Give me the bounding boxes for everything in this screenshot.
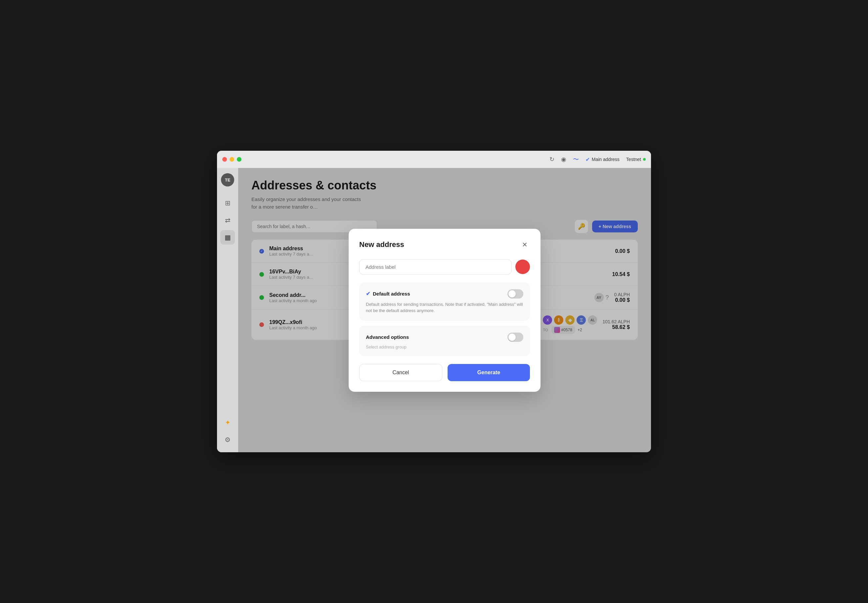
wave-icon[interactable]: 〜: [573, 155, 579, 163]
address-book-icon: ▦: [225, 233, 231, 241]
advanced-options-toggle[interactable]: [507, 332, 523, 342]
transfer-icon: ⇄: [225, 216, 231, 224]
sidebar-item-sun[interactable]: ✦: [220, 415, 235, 430]
testnet-indicator: [643, 158, 646, 161]
minimize-button[interactable]: [229, 157, 234, 162]
titlebar-right: ↻ ◉ 〜 ✔ Main address Testnet: [549, 155, 646, 163]
modal-header: New address ✕: [359, 240, 530, 250]
generate-button[interactable]: Generate: [448, 364, 530, 381]
main-address-badge[interactable]: ✔ Main address: [586, 156, 620, 162]
layers-icon: ⊞: [225, 199, 231, 207]
advanced-options-header: Advanced options: [366, 332, 523, 342]
settings-icon: ⚙: [225, 436, 231, 444]
refresh-icon[interactable]: ↻: [549, 156, 554, 163]
eye-icon[interactable]: ◉: [561, 156, 566, 163]
modal-close-button[interactable]: ✕: [519, 240, 530, 250]
avatar[interactable]: TE: [221, 173, 234, 187]
default-address-section: ✔ Default address Default address for se…: [359, 283, 530, 321]
default-address-desc: Default address for sending transactions…: [366, 301, 523, 314]
new-address-modal: New address ✕ ✔ Default address: [349, 229, 541, 392]
default-address-label: Default address: [373, 291, 410, 297]
cancel-button[interactable]: Cancel: [359, 364, 442, 381]
testnet-badge[interactable]: Testnet: [626, 157, 646, 162]
check-circle-icon: ✔: [586, 156, 590, 162]
color-picker-button[interactable]: [515, 260, 530, 274]
close-button[interactable]: [222, 157, 227, 162]
testnet-label: Testnet: [626, 157, 641, 162]
advanced-options-subtitle: Select address group: [366, 345, 523, 349]
address-label-row: [359, 259, 530, 275]
toggle-thumb: [508, 290, 516, 298]
default-check-icon: ✔: [366, 291, 370, 297]
modal-overlay: New address ✕ ✔ Default address: [238, 168, 651, 452]
default-address-header: ✔ Default address: [366, 289, 523, 298]
sun-icon: ✦: [225, 419, 231, 427]
toggle-thumb: [508, 334, 516, 341]
maximize-button[interactable]: [237, 157, 242, 162]
sidebar-item-addresses[interactable]: ▦: [220, 230, 235, 245]
modal-title: New address: [359, 240, 404, 249]
sidebar: TE ⊞ ⇄ ▦ ✦ ⚙: [217, 168, 238, 452]
main-address-label: Main address: [592, 157, 620, 162]
traffic-lights: [222, 157, 242, 162]
advanced-options-section: Advanced options Select address group: [359, 326, 530, 356]
main-content: Addresses & contacts Easily organize you…: [238, 168, 651, 452]
default-address-title: ✔ Default address: [366, 291, 410, 297]
modal-actions: Cancel Generate: [359, 364, 530, 381]
app-window: ↻ ◉ 〜 ✔ Main address Testnet TE ⊞ ⇄: [217, 151, 651, 452]
advanced-options-title: Advanced options: [366, 334, 409, 340]
sidebar-item-settings[interactable]: ⚙: [220, 432, 235, 447]
sidebar-item-transfer[interactable]: ⇄: [220, 213, 235, 227]
titlebar: ↻ ◉ 〜 ✔ Main address Testnet: [217, 151, 651, 168]
address-label-input[interactable]: [359, 259, 512, 275]
app-body: TE ⊞ ⇄ ▦ ✦ ⚙ Addresses & contacts Easily…: [217, 168, 651, 452]
sidebar-item-layers[interactable]: ⊞: [220, 196, 235, 210]
default-address-toggle[interactable]: [507, 289, 523, 298]
